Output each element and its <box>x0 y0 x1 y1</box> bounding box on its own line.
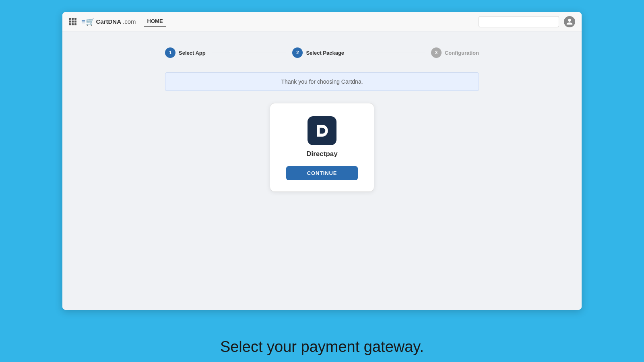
step-1-circle: 1 <box>165 47 175 58</box>
grid-icon[interactable] <box>69 18 76 25</box>
logo-text: CartDNA <box>96 18 122 25</box>
logo[interactable]: ≡🛒 CartDNA.com <box>81 17 136 26</box>
address-bar <box>479 16 559 27</box>
step-3-label: Configuration <box>445 50 479 56</box>
app-card: Directpay CONTINUE <box>270 103 374 192</box>
step-line-2 <box>351 53 425 53</box>
step-2-label: Select Package <box>306 50 344 56</box>
page-content: 1 Select App 2 Select Package 3 Configur… <box>62 31 582 310</box>
banner: Thank you for choosing Cartdna. <box>165 72 479 91</box>
step-line-1 <box>212 53 286 53</box>
directpay-d-icon <box>313 122 331 140</box>
browser-window: ≡🛒 CartDNA.com HOME 1 Select App <box>62 12 582 310</box>
step-3-circle: 3 <box>431 47 442 58</box>
step-3: 3 Configuration <box>431 47 479 58</box>
app-logo-container: Directpay <box>306 116 337 158</box>
continue-button[interactable]: CONTINUE <box>286 166 358 180</box>
user-avatar[interactable] <box>564 16 575 27</box>
nav-home[interactable]: HOME <box>144 16 166 27</box>
stepper: 1 Select App 2 Select Package 3 Configur… <box>165 47 479 58</box>
bottom-caption: Select your payment gateway. <box>220 330 424 362</box>
step-1: 1 Select App <box>165 47 206 58</box>
directpay-logo-icon <box>308 116 336 145</box>
logo-icon: ≡🛒 <box>81 17 95 26</box>
step-2: 2 Select Package <box>292 47 344 58</box>
banner-text: Thank you for choosing Cartdna. <box>281 78 363 85</box>
browser-toolbar: ≡🛒 CartDNA.com HOME <box>62 12 582 31</box>
user-icon <box>566 18 573 25</box>
logo-dotcom: .com <box>123 18 136 25</box>
step-1-label: Select App <box>179 50 206 56</box>
step-2-circle: 2 <box>292 47 303 58</box>
app-name: Directpay <box>306 150 337 158</box>
